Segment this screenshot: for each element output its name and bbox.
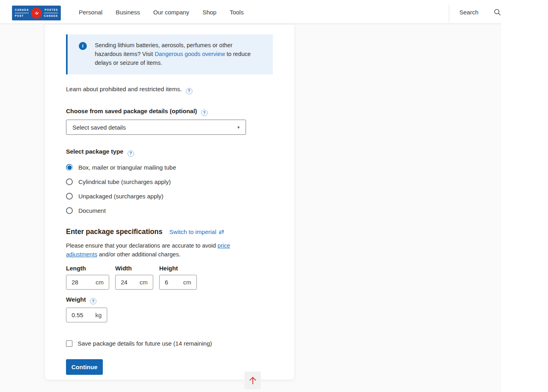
radio-button[interactable] [66, 193, 73, 200]
height-label: Height [159, 265, 197, 272]
length-input[interactable] [72, 279, 90, 286]
radio-option-cylindrical-tube[interactable]: Cylindrical tube (surcharges apply) [66, 178, 294, 186]
switch-to-imperial-link[interactable]: Switch to imperial ⇄ [169, 228, 224, 236]
radio-button[interactable] [66, 178, 73, 185]
weight-unit: kg [95, 312, 102, 318]
length-label: Length [66, 265, 109, 272]
save-package-label: Save package details for future use (14 … [78, 340, 212, 347]
width-field-group: Width cm [115, 265, 153, 290]
specs-note-before: Please ensure that your declarations are… [66, 242, 218, 249]
continue-button[interactable]: Continue [66, 359, 103, 375]
weight-help-icon[interactable]: ? [90, 298, 96, 304]
package-details-card: i Sending lithium batteries, aerosols, p… [44, 24, 295, 380]
nav-item-tools[interactable]: Tools [230, 9, 244, 16]
prohibited-help-icon[interactable]: ? [186, 88, 192, 94]
width-unit: cm [140, 279, 148, 286]
nav-item-shop[interactable]: Shop [202, 9, 216, 16]
width-input-box: cm [115, 275, 153, 290]
saved-details-help-icon[interactable]: ? [201, 110, 208, 116]
info-icon: i [79, 42, 87, 50]
banner-text: Sending lithium batteries, aerosols, per… [95, 41, 260, 68]
radio-option-unpackaged[interactable]: Unpackaged (surcharges apply) [66, 193, 294, 200]
up-arrow-icon [248, 375, 258, 386]
canada-post-logo[interactable]: CANADA POST POSTES CANADA [12, 6, 61, 20]
header-divider [449, 5, 449, 22]
height-field-group: Height cm [159, 265, 197, 290]
package-type-label: Select package type [66, 148, 123, 155]
weight-input-row: kg [66, 308, 294, 322]
radio-option-document[interactable]: Document [66, 207, 294, 214]
radio-label: Cylindrical tube (surcharges apply) [78, 178, 171, 185]
search-icon[interactable] [494, 8, 501, 16]
saved-details-label-row: Choose from saved package details (optio… [66, 108, 294, 116]
weight-label-row: Weight ? [66, 296, 294, 305]
width-input[interactable] [121, 279, 139, 286]
save-package-details-row[interactable]: Save package details for future use (14 … [66, 340, 294, 347]
header-border [0, 24, 501, 24]
radio-button[interactable] [66, 207, 73, 214]
switch-to-imperial-label: Switch to imperial [169, 228, 216, 235]
search-area: Search [459, 0, 501, 24]
radio-option-box-mailer[interactable]: Box, mailer or triangular mailing tube [66, 164, 294, 171]
chevron-down-icon: ▾ [237, 125, 240, 130]
main-nav: Personal Business Our company Shop Tools [79, 0, 244, 24]
length-unit: cm [96, 279, 104, 286]
top-navigation-bar: CANADA POST POSTES CANADA Personal Busin… [0, 0, 548, 24]
prohibited-items-text: Learn about prohibited and restricted it… [66, 86, 182, 92]
prohibited-items-row: Learn about prohibited and restricted it… [66, 86, 294, 94]
saved-details-dropdown-value: Select saved details [72, 124, 126, 131]
dangerous-goods-link[interactable]: Dangerous goods overview [155, 51, 225, 57]
height-unit: cm [183, 279, 191, 286]
specs-note-after: and/or other additional charges. [97, 251, 180, 258]
dimensions-row: Length cm Width cm Height cm [66, 265, 294, 290]
package-type-help-icon[interactable]: ? [128, 150, 134, 157]
length-input-box: cm [66, 275, 109, 290]
search-label[interactable]: Search [459, 9, 478, 16]
hazardous-items-banner: i Sending lithium batteries, aerosols, p… [66, 34, 273, 74]
save-package-checkbox[interactable] [66, 340, 72, 347]
height-input[interactable] [165, 279, 183, 286]
height-input-box: cm [159, 275, 197, 290]
specs-heading-row: Enter package specifications Switch to i… [66, 228, 294, 236]
logo-text-right: POSTES CANADA [44, 8, 58, 19]
radio-label: Box, mailer or triangular mailing tube [78, 164, 176, 171]
nav-item-our-company[interactable]: Our company [153, 9, 189, 16]
weight-input-box: kg [66, 308, 107, 322]
nav-item-personal[interactable]: Personal [79, 9, 102, 16]
radio-label: Unpackaged (surcharges apply) [78, 193, 164, 200]
saved-details-dropdown[interactable]: Select saved details ▾ [66, 120, 246, 135]
package-type-label-row: Select package type ? [66, 148, 294, 157]
radio-button[interactable] [66, 164, 73, 171]
nav-item-business[interactable]: Business [116, 9, 140, 16]
length-field-group: Length cm [66, 265, 109, 290]
specs-heading: Enter package specifications [66, 228, 162, 236]
logo-text-left: CANADA POST [15, 8, 29, 19]
weight-input[interactable] [72, 312, 90, 318]
specs-note: Please ensure that your declarations are… [66, 241, 244, 259]
back-to-top-button[interactable] [244, 372, 261, 389]
weight-label: Weight [66, 296, 86, 303]
saved-details-label: Choose from saved package details (optio… [66, 108, 197, 114]
package-type-options: Box, mailer or triangular mailing tube C… [66, 164, 294, 214]
radio-label: Document [78, 207, 106, 214]
swap-arrows-icon: ⇄ [219, 228, 224, 236]
width-label: Width [115, 265, 153, 272]
canada-post-wing-icon [31, 8, 42, 18]
